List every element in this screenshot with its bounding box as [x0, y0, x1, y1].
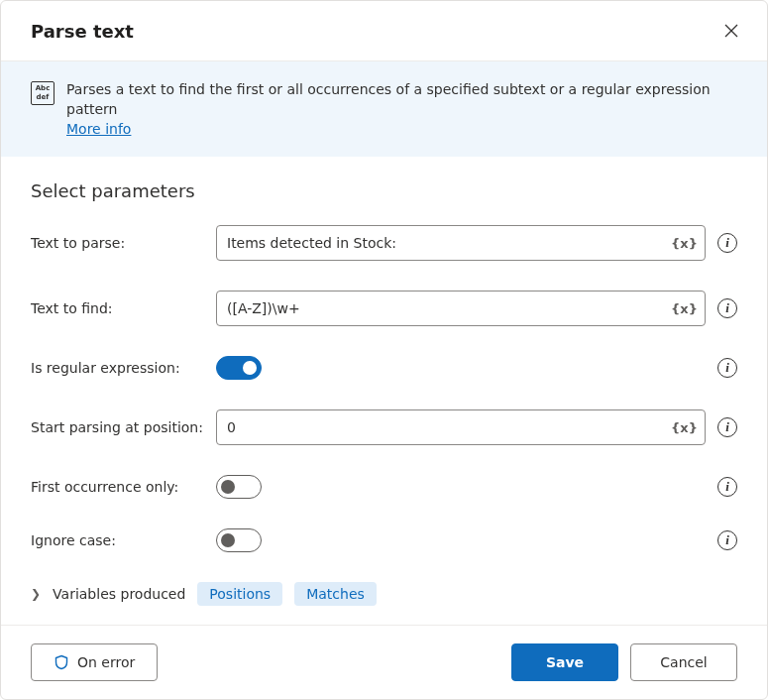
info-icon[interactable]: i: [717, 358, 737, 378]
row-first-only: First occurrence only: i: [31, 475, 737, 499]
banner-text: Parses a text to find the first or all o…: [66, 79, 737, 139]
dialog-title: Parse text: [31, 21, 134, 42]
first-only-toggle[interactable]: [216, 475, 262, 499]
label-text-to-parse: Text to parse:: [31, 235, 204, 251]
ignore-case-toggle[interactable]: [216, 528, 262, 552]
start-position-input[interactable]: [216, 409, 706, 445]
input-wrap-text-to-parse: {x}: [216, 225, 706, 261]
variable-token-icon[interactable]: {x}: [671, 420, 698, 435]
shield-icon: [54, 654, 69, 670]
row-start-position: Start parsing at position: {x} i: [31, 409, 737, 445]
row-ignore-case: Ignore case: i: [31, 528, 737, 552]
cancel-button[interactable]: Cancel: [630, 643, 737, 681]
input-wrap-start-position: {x}: [216, 409, 706, 445]
variable-token-icon[interactable]: {x}: [671, 236, 698, 251]
info-icon[interactable]: i: [717, 530, 737, 550]
info-icon[interactable]: i: [717, 298, 737, 318]
more-info-link[interactable]: More info: [66, 121, 131, 137]
dialog-footer: On error Save Cancel: [1, 625, 767, 699]
abc-def-icon: Abc def: [31, 81, 55, 105]
label-first-only: First occurrence only:: [31, 479, 204, 495]
row-text-to-parse: Text to parse: {x} i: [31, 225, 737, 261]
label-start-position: Start parsing at position:: [31, 419, 204, 435]
close-icon: [724, 24, 738, 38]
label-ignore-case: Ignore case:: [31, 532, 204, 548]
dialog-body: Select parameters Text to parse: {x} i T…: [1, 157, 767, 625]
is-regex-toggle[interactable]: [216, 356, 262, 380]
text-to-find-input[interactable]: [216, 291, 706, 326]
input-wrap-text-to-find: {x}: [216, 291, 706, 326]
toggle-knob: [243, 361, 257, 375]
close-button[interactable]: [715, 15, 747, 47]
label-is-regex: Is regular expression:: [31, 360, 204, 376]
on-error-button[interactable]: On error: [31, 643, 158, 681]
variable-pill-matches[interactable]: Matches: [294, 582, 377, 606]
toggle-knob: [221, 533, 235, 547]
row-is-regex: Is regular expression: i: [31, 356, 737, 380]
dialog-header: Parse text: [1, 1, 767, 61]
info-banner: Abc def Parses a text to find the first …: [1, 61, 767, 157]
info-icon[interactable]: i: [717, 233, 737, 253]
info-icon[interactable]: i: [717, 417, 737, 437]
variable-pill-positions[interactable]: Positions: [197, 582, 282, 606]
row-text-to-find: Text to find: {x} i: [31, 291, 737, 326]
section-title: Select parameters: [31, 180, 737, 201]
on-error-label: On error: [77, 654, 135, 670]
save-button[interactable]: Save: [511, 643, 618, 681]
variables-produced-label: Variables produced: [53, 586, 185, 602]
variables-produced-row: ❯ Variables produced Positions Matches: [31, 582, 737, 606]
variable-token-icon[interactable]: {x}: [671, 301, 698, 316]
text-to-parse-input[interactable]: [216, 225, 706, 261]
chevron-right-icon[interactable]: ❯: [31, 587, 41, 601]
parse-text-dialog: Parse text Abc def Parses a text to find…: [0, 0, 768, 700]
info-icon[interactable]: i: [717, 477, 737, 497]
label-text-to-find: Text to find:: [31, 300, 204, 316]
toggle-knob: [221, 480, 235, 494]
